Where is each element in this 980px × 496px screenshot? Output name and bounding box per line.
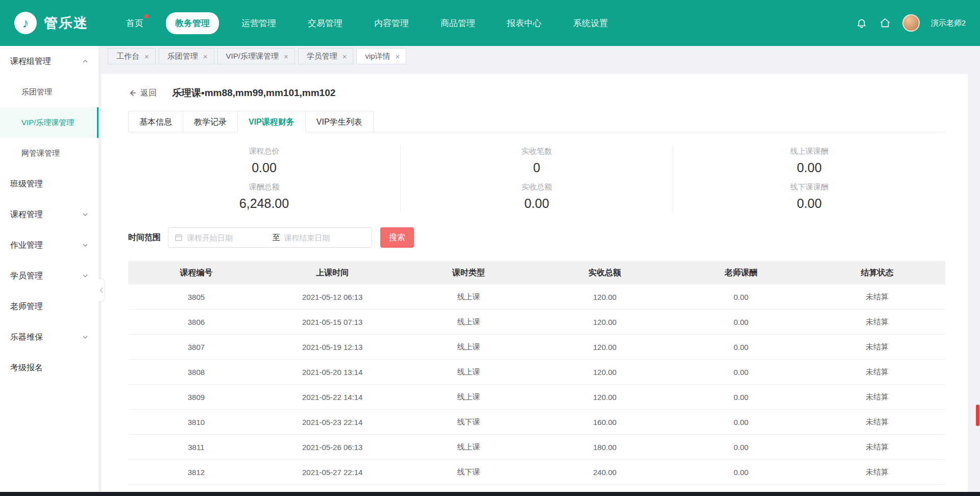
table-header-cell: 课时类型 <box>401 261 537 285</box>
table-row: 38112021-05-26 06:13线上课180.000.00未结算 <box>128 435 945 460</box>
main-area: 工作台 × 乐团管理 × VIP/乐理课管理 × 学员管理 × vip详情 <box>99 46 980 496</box>
stat-course-total-price: 课程总价 0.00 <box>128 147 400 175</box>
home-icon[interactable] <box>879 17 891 29</box>
chevron-down-icon <box>82 242 88 248</box>
tab-vip-theory-course-mgmt[interactable]: VIP/乐理课管理 × <box>217 48 295 64</box>
back-button[interactable]: 返回 <box>128 88 157 99</box>
sidebar-item-course-mgmt[interactable]: 课程管理 <box>0 199 99 230</box>
sidebar-item-student-mgmt[interactable]: 学员管理 <box>0 261 99 291</box>
course-finance-table: 课程编号 上课时间 课时类型 实收总额 老师课酬 结算状态 38052021-0… <box>128 261 945 496</box>
date-range-picker[interactable]: 至 <box>168 227 372 248</box>
table-row: 38092021-05-22 14:14线上课120.000.00未结算 <box>128 385 945 410</box>
table-header-cell: 老师课酬 <box>673 261 809 285</box>
range-separator: 至 <box>273 233 280 243</box>
finance-stats: 课程总价 0.00 课酬总额 6,248.00 实收笔数 0 <box>128 145 945 213</box>
sidebar-item-class-mgmt[interactable]: 班级管理 <box>0 169 99 199</box>
dtab-vip-course-finance[interactable]: VIP课程财务 <box>237 111 305 132</box>
detail-tabs: 基本信息 教学记录 VIP课程财务 VIP学生列表 <box>128 111 945 132</box>
table-header-row: 课程编号 上课时间 课时类型 实收总额 老师课酬 结算状态 <box>128 261 945 285</box>
nav-item-report-center[interactable]: 报表中心 <box>498 12 551 34</box>
table-header-cell: 上课时间 <box>264 261 401 285</box>
scrollbar-thumb[interactable] <box>976 405 979 426</box>
sidebar-item-net-course-mgmt[interactable]: 网管课管理 <box>0 138 99 169</box>
topbar-right: 演示老师2 <box>855 14 966 32</box>
tab-orchestra-mgmt[interactable]: 乐团管理 × <box>159 48 214 64</box>
user-avatar[interactable] <box>902 14 920 32</box>
stat-received-count: 实收笔数 0 <box>401 147 673 175</box>
content-card: 返回 乐理课•mm88,mm99,mm101,mm102 基本信息 教学记录 V… <box>102 74 968 496</box>
nav-item-goods-mgmt[interactable]: 商品管理 <box>431 12 484 34</box>
back-arrow-icon <box>128 89 136 97</box>
page-tabs-bar: 工作台 × 乐团管理 × VIP/乐理课管理 × 学员管理 × vip详情 <box>99 46 980 66</box>
time-range-label: 时间范围 <box>128 232 161 243</box>
table-row: 38062021-05-15 07:13线上课120.000.00未结算 <box>128 310 945 335</box>
sidebar-item-exam-registration[interactable]: 考级报名 <box>0 352 99 383</box>
chevron-down-icon <box>82 334 88 340</box>
body-row: 课程组管理 乐团管理 VIP/乐理课管理 网管课管理 班级管理 课程管理 作业管… <box>0 46 980 496</box>
nav-item-trade-mgmt[interactable]: 交易管理 <box>299 12 352 34</box>
top-navbar: ♪ 管乐迷 首页 教务管理 运营管理 交易管理 内容管理 商品管理 报表中心 系… <box>0 0 980 46</box>
chevron-down-icon <box>82 273 88 279</box>
stats-column: 线上课课酬 0.00 线下课课酬 0.00 <box>673 145 945 213</box>
end-date-input[interactable] <box>284 233 366 242</box>
user-name[interactable]: 演示老师2 <box>931 18 966 28</box>
dtab-basic-info[interactable]: 基本信息 <box>128 111 183 132</box>
nav-item-home[interactable]: 首页 <box>117 12 153 34</box>
tab-workbench[interactable]: 工作台 × <box>108 48 156 64</box>
notification-dot <box>144 14 149 18</box>
dtab-teaching-records[interactable]: 教学记录 <box>183 111 237 132</box>
search-button[interactable]: 搜索 <box>380 227 414 248</box>
close-icon[interactable]: × <box>396 53 400 60</box>
nav-item-academic-mgmt[interactable]: 教务管理 <box>166 12 219 34</box>
stat-received-total: 实收总额 0.00 <box>401 182 673 211</box>
stat-salary-total: 课酬总额 6,248.00 <box>128 182 400 211</box>
table-row: 38082021-05-20 13:14线上课120.000.00未结算 <box>128 360 945 385</box>
table-row: 38122021-05-27 22:14线下课240.000.00未结算 <box>128 460 945 485</box>
chevron-up-icon <box>82 58 88 64</box>
stat-offline-class-salary: 线下课课酬 0.00 <box>673 182 945 211</box>
nav-item-operations-mgmt[interactable]: 运营管理 <box>232 12 285 34</box>
sidebar-item-course-group-mgmt[interactable]: 课程组管理 <box>0 46 99 77</box>
sidebar-collapse-handle[interactable] <box>99 278 105 302</box>
table-header-cell: 结算状态 <box>809 261 945 285</box>
close-icon[interactable]: × <box>203 53 208 60</box>
filter-row: 时间范围 至 搜索 <box>128 227 945 248</box>
start-date-input[interactable] <box>187 233 268 242</box>
calendar-icon <box>175 233 183 242</box>
bottom-window-edge <box>0 492 980 496</box>
page-title: 乐理课•mm88,mm99,mm101,mm102 <box>172 86 335 100</box>
sidebar-item-instrument-maintenance[interactable]: 乐器维保 <box>0 322 99 352</box>
dtab-vip-student-list[interactable]: VIP学生列表 <box>305 111 374 132</box>
tab-student-mgmt[interactable]: 学员管理 × <box>298 48 354 64</box>
table-row: 38102021-05-23 22:14线下课160.000.00未结算 <box>128 410 945 435</box>
table-row: 38072021-05-19 12:13线上课120.000.00未结算 <box>128 335 945 360</box>
nav-item-content-mgmt[interactable]: 内容管理 <box>365 12 418 34</box>
scrollbar-track <box>975 46 980 496</box>
sidebar-item-homework-mgmt[interactable]: 作业管理 <box>0 230 99 261</box>
table-header-cell: 实收总额 <box>537 261 673 285</box>
sidebar-item-orchestra-mgmt[interactable]: 乐团管理 <box>0 77 99 107</box>
table-row: 38052021-05-12 06:13线上课120.000.00未结算 <box>128 285 945 310</box>
brand-name: 管乐迷 <box>44 14 88 32</box>
close-icon[interactable]: × <box>144 53 149 60</box>
chevron-down-icon <box>82 211 88 218</box>
close-icon[interactable]: × <box>342 53 347 60</box>
nav-item-system-settings[interactable]: 系统设置 <box>564 12 617 34</box>
tab-vip-detail[interactable]: vip详情 × <box>356 48 406 64</box>
brand-logo-icon: ♪ <box>14 12 37 34</box>
back-row: 返回 乐理课•mm88,mm99,mm101,mm102 <box>128 85 945 101</box>
sidebar-item-teacher-mgmt[interactable]: 老师管理 <box>0 291 99 322</box>
brand: ♪ 管乐迷 <box>14 12 88 34</box>
stats-column: 课程总价 0.00 课酬总额 6,248.00 <box>128 145 400 213</box>
bell-icon[interactable] <box>855 17 868 29</box>
sidebar-item-vip-theory-course-mgmt[interactable]: VIP/乐理课管理 <box>0 107 99 138</box>
app-root: ♪ 管乐迷 首页 教务管理 运营管理 交易管理 内容管理 商品管理 报表中心 系… <box>0 0 980 496</box>
table-header-cell: 课程编号 <box>128 261 264 285</box>
close-icon[interactable]: × <box>284 53 288 60</box>
main-nav: 首页 教务管理 运营管理 交易管理 内容管理 商品管理 报表中心 系统设置 <box>117 12 617 34</box>
table-body: 38052021-05-12 06:13线上课120.000.00未结算 380… <box>128 285 945 496</box>
sidebar: 课程组管理 乐团管理 VIP/乐理课管理 网管课管理 班级管理 课程管理 作业管… <box>0 46 99 496</box>
stat-online-class-salary: 线上课课酬 0.00 <box>673 147 945 175</box>
stats-column: 实收笔数 0 实收总额 0.00 <box>400 145 673 213</box>
